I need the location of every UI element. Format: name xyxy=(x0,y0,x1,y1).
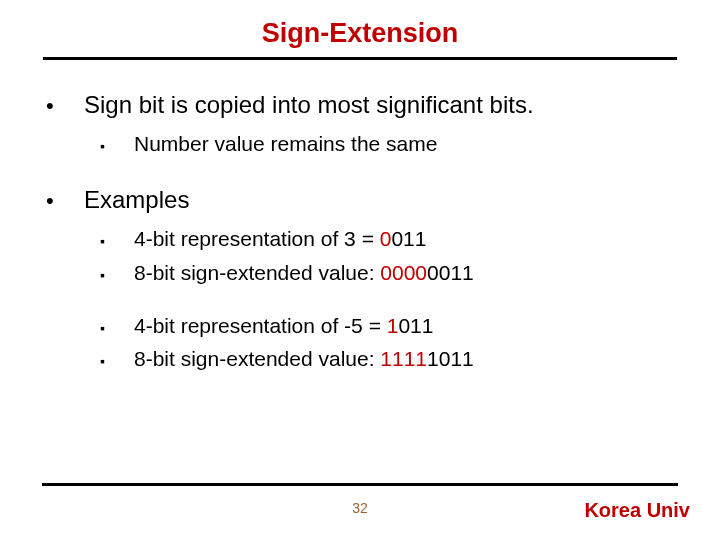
square-bullet-icon: ▪ xyxy=(100,138,134,154)
bullet-text: Sign bit is copied into most significant… xyxy=(84,90,534,120)
footer-brand: Korea Univ xyxy=(584,499,690,522)
bullet-level2: ▪ 4-bit representation of -5 = 1011 xyxy=(100,312,678,339)
slide-title: Sign-Extension xyxy=(42,18,678,49)
bullet-level1: • Sign bit is copied into most significa… xyxy=(46,90,678,120)
bullet-level2: ▪ Number value remains the same xyxy=(100,130,678,157)
spacer xyxy=(46,292,678,312)
text-plain: 0011 xyxy=(427,261,474,284)
text-plain: 8-bit sign-extended value: xyxy=(134,347,380,370)
text-highlight: 0 xyxy=(380,227,392,250)
bullet-text: Number value remains the same xyxy=(134,130,437,157)
slide: Sign-Extension • Sign bit is copied into… xyxy=(0,0,720,540)
bullet-level1: • Examples xyxy=(46,185,678,215)
bullet-level2: ▪ 8-bit sign-extended value: 11111011 xyxy=(100,345,678,372)
text-highlight: 1111 xyxy=(380,347,427,370)
disc-bullet-icon: • xyxy=(46,93,84,119)
bullet-text: 8-bit sign-extended value: 00000011 xyxy=(134,259,474,286)
footer-divider xyxy=(42,483,678,486)
text-plain: 011 xyxy=(391,227,426,250)
bullet-level2: ▪ 4-bit representation of 3 = 0011 xyxy=(100,225,678,252)
bullet-text: 8-bit sign-extended value: 11111011 xyxy=(134,345,474,372)
spacer xyxy=(46,163,678,185)
square-bullet-icon: ▪ xyxy=(100,320,134,336)
bullet-text: Examples xyxy=(84,185,189,215)
text-plain: 8-bit sign-extended value: xyxy=(134,261,380,284)
text-plain: 4-bit representation of -5 = xyxy=(134,314,387,337)
text-highlight: 0000 xyxy=(380,261,427,284)
bullet-level2: ▪ 8-bit sign-extended value: 00000011 xyxy=(100,259,678,286)
content-area: • Sign bit is copied into most significa… xyxy=(42,90,678,372)
disc-bullet-icon: • xyxy=(46,188,84,214)
square-bullet-icon: ▪ xyxy=(100,353,134,369)
title-divider xyxy=(43,57,677,60)
square-bullet-icon: ▪ xyxy=(100,233,134,249)
text-plain: 4-bit representation of 3 = xyxy=(134,227,380,250)
text-plain: 011 xyxy=(398,314,433,337)
text-highlight: 1 xyxy=(387,314,399,337)
bullet-text: 4-bit representation of -5 = 1011 xyxy=(134,312,433,339)
square-bullet-icon: ▪ xyxy=(100,267,134,283)
bullet-text: 4-bit representation of 3 = 0011 xyxy=(134,225,426,252)
text-plain: 1011 xyxy=(427,347,474,370)
